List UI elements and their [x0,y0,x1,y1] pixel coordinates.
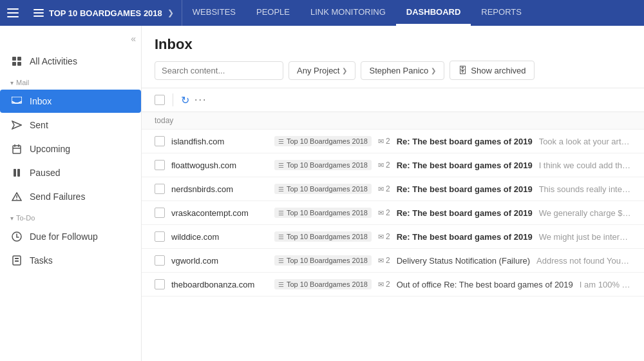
sidebar-item-tasks[interactable]: Tasks [0,249,141,272]
project-chevron: ❯ [167,8,174,17]
svg-point-14 [16,199,17,200]
sidebar-item-inbox[interactable]: Inbox [0,90,141,113]
svg-rect-1 [7,12,19,14]
row-checkbox[interactable] [155,208,165,218]
person-filter-chevron: ❯ [431,67,436,74]
row-tag: ☰ Top 10 Boardgames 2018 [274,231,372,242]
count-value: 2 [386,137,390,146]
count-value: 2 [386,208,390,217]
menu-button[interactable] [0,0,26,26]
row-checkbox[interactable] [155,231,165,242]
email-row[interactable]: floattwogush.com ☰ Top 10 Boardgames 201… [142,153,644,177]
count-value: 2 [386,184,390,193]
tag-icon: ☰ [278,281,284,288]
count-icon: ✉ [378,185,384,193]
show-archived-button[interactable]: 🗄 Show archived [450,61,534,80]
row-tag: ☰ Top 10 Boardgames 2018 [274,208,372,218]
email-row[interactable]: nerdsnbirds.com ☰ Top 10 Boardgames 2018… [142,177,644,201]
sidebar-item-due-followup[interactable]: Due for Followup [0,225,141,248]
row-tag: ☰ Top 10 Boardgames 2018 [274,160,372,170]
email-row[interactable]: wilddice.com ☰ Top 10 Boardgames 2018 ✉ … [142,225,644,249]
email-row[interactable]: vgworld.com ☰ Top 10 Boardgames 2018 ✉ 2… [142,249,644,273]
tag-label: Top 10 Boardgames 2018 [287,233,368,240]
row-checkbox[interactable] [155,184,165,194]
tag-label: Top 10 Boardgames 2018 [287,257,368,264]
email-row[interactable]: vraskacontempt.com ☰ Top 10 Boardgames 2… [142,201,644,225]
tasks-icon [10,254,23,267]
count-icon: ✉ [378,209,384,217]
row-count: ✉ 2 [378,256,390,265]
nav-people[interactable]: PEOPLE [246,0,300,26]
sidebar-item-upcoming[interactable]: Upcoming [0,137,141,161]
count-value: 2 [386,256,390,265]
project-filter-chevron: ❯ [342,67,347,74]
svg-rect-5 [12,62,16,66]
row-subject: Out of office Re: The best board games o… [397,280,573,289]
top-nav: TOP 10 BOARDGAMES 2018 ❯ WEBSITES PEOPLE… [0,0,644,26]
action-bar: ↻ ··· [142,88,644,112]
email-row[interactable]: theboardbonanza.com ☰ Top 10 Boardgames … [142,273,644,297]
main-layout: « All Activities ▾ Mail [0,26,644,361]
sidebar-item-sent[interactable]: Sent [0,113,141,137]
all-activities-icon [10,55,23,68]
svg-rect-10 [14,169,16,177]
row-preview: I think we could add that link, what [539,161,631,170]
tag-label: Top 10 Boardgames 2018 [287,161,368,169]
row-checkbox[interactable] [155,279,165,289]
sidebar-section-mail: ▾ Mail [0,73,141,89]
sidebar-item-send-failures[interactable]: Send Failures [0,185,141,208]
row-count: ✉ 2 [378,161,390,170]
sidebar-collapse: « [0,31,141,49]
main-content: Inbox Any Project ❯ Stephen Panico ❯ 🗄 S… [142,26,644,361]
count-icon: ✉ [378,257,384,265]
due-followup-label: Due for Followup [30,231,98,242]
collapse-button[interactable]: « [131,34,136,44]
row-subject: Re: The best board games of 2019 [397,137,533,146]
row-preview: We might just be interested! Let me c [539,232,631,242]
row-preview: I am 100% not here. [580,280,631,289]
nav-link-monitoring[interactable]: LINK MONITORING [300,0,396,26]
inbox-label: Inbox [30,96,52,106]
row-preview: This sounds really interesting! Of co [539,184,631,194]
sidebar-item-paused[interactable]: Paused [0,161,141,184]
row-domain: islandfish.com [171,137,268,146]
tag-icon: ☰ [278,138,284,145]
row-count: ✉ 2 [378,137,390,146]
row-domain: floattwogush.com [171,161,268,170]
tag-icon: ☰ [278,210,284,217]
svg-rect-4 [17,57,21,61]
count-value: 2 [386,232,390,241]
upcoming-icon [10,142,23,155]
email-table: today islandfish.com ☰ Top 10 Boardgames… [142,112,644,361]
sidebar-item-all-activities[interactable]: All Activities [0,50,141,73]
main-header: Inbox Any Project ❯ Stephen Panico ❯ 🗄 S… [142,26,644,88]
row-count: ✉ 2 [378,280,390,289]
email-row[interactable]: islandfish.com ☰ Top 10 Boardgames 2018 … [142,130,644,153]
row-count: ✉ 2 [378,208,390,217]
select-all-checkbox[interactable] [155,95,165,105]
row-checkbox[interactable] [155,255,165,266]
row-checkbox[interactable] [155,136,165,146]
row-checkbox[interactable] [155,160,165,170]
sent-icon [10,119,23,132]
email-rows: islandfish.com ☰ Top 10 Boardgames 2018 … [142,130,644,297]
filter-person-button[interactable]: Stephen Panico ❯ [361,61,444,80]
svg-rect-2 [7,16,19,17]
refresh-button[interactable]: ↻ [181,94,189,106]
nav-websites[interactable]: WEBSITES [182,0,246,26]
followup-icon [10,230,23,243]
row-subject: Delivery Status Notification (Failure) [397,256,530,266]
nav-dashboard[interactable]: DASHBOARD [396,0,471,26]
count-icon: ✉ [378,280,384,289]
row-domain: vgworld.com [171,256,268,266]
tag-label: Top 10 Boardgames 2018 [287,185,368,193]
tag-icon: ☰ [278,186,284,193]
svg-rect-17 [15,258,19,259]
all-activities-label: All Activities [30,56,77,66]
filter-project-button[interactable]: Any Project ❯ [289,61,355,80]
more-actions-button[interactable]: ··· [194,94,207,106]
nav-reports[interactable]: REPORTS [471,0,532,26]
tag-label: Top 10 Boardgames 2018 [287,137,368,145]
project-selector[interactable]: TOP 10 BOARDGAMES 2018 ❯ [26,0,182,26]
search-input[interactable] [155,61,283,80]
